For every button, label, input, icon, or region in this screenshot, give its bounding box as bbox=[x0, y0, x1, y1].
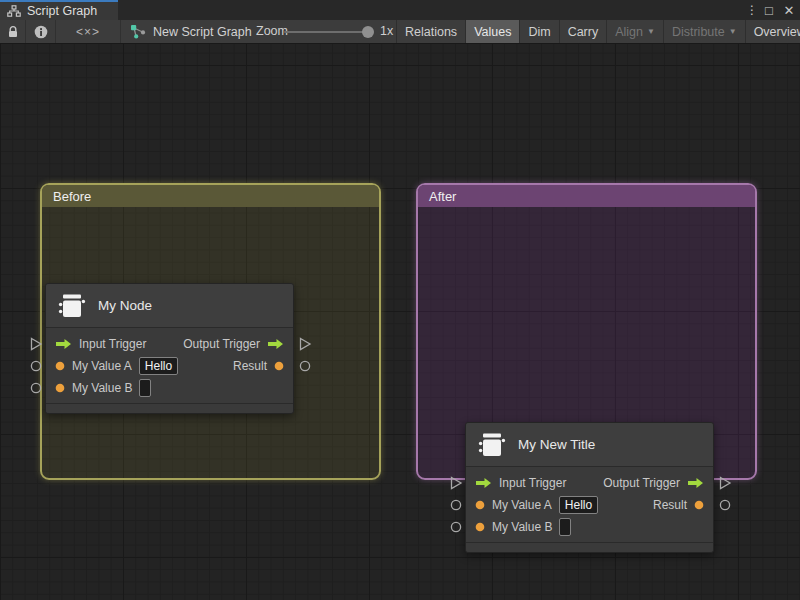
info-button[interactable] bbox=[26, 20, 56, 43]
value-a-input[interactable]: Hello bbox=[139, 357, 178, 375]
code-icon: <×> bbox=[76, 25, 100, 39]
input-trigger-label: Input Trigger bbox=[79, 337, 146, 351]
value-b-row: My Value B bbox=[46, 377, 293, 399]
group-after-title: After bbox=[429, 189, 456, 204]
distribute-label: Distribute bbox=[672, 25, 725, 39]
zoom-slider[interactable] bbox=[284, 31, 372, 33]
values-button[interactable]: Values bbox=[465, 20, 519, 43]
maximize-icon[interactable]: □ bbox=[761, 1, 777, 19]
node-footer bbox=[466, 542, 713, 552]
script-graph-window: Script Graph ⋮ □ ✕ <×> bbox=[0, 0, 800, 600]
value-b-label: My Value B bbox=[72, 381, 132, 395]
value-a-label: My Value A bbox=[72, 359, 132, 373]
node-my-node[interactable]: My Node Input Trigger Output Trigger bbox=[45, 283, 294, 414]
external-value-b-port[interactable] bbox=[450, 521, 462, 533]
input-trigger-arrow-icon[interactable] bbox=[475, 477, 492, 489]
dropdown-arrow-icon: ▼ bbox=[647, 27, 655, 36]
tab-title: Script Graph bbox=[27, 4, 97, 18]
unit-node-icon bbox=[57, 291, 87, 321]
external-result-port[interactable] bbox=[719, 499, 731, 511]
script-graph-icon bbox=[130, 24, 146, 39]
node-title: My Node bbox=[98, 298, 152, 313]
code-view-button[interactable]: <×> bbox=[56, 20, 121, 43]
external-input-trigger-port[interactable] bbox=[29, 337, 43, 351]
graph-hierarchy-icon bbox=[7, 5, 21, 17]
result-label: Result bbox=[233, 359, 267, 373]
value-port-icon[interactable] bbox=[475, 500, 485, 510]
zoom-value: 1x bbox=[380, 24, 393, 38]
tab-script-graph[interactable]: Script Graph bbox=[0, 0, 118, 20]
result-port-icon[interactable] bbox=[274, 361, 284, 371]
external-value-a-port[interactable] bbox=[30, 360, 42, 372]
output-trigger-label: Output Trigger bbox=[183, 337, 260, 351]
node-my-new-title[interactable]: My New Title Input Trigger Output Trigge… bbox=[465, 422, 714, 553]
external-result-port[interactable] bbox=[299, 360, 311, 372]
output-trigger-arrow-icon[interactable] bbox=[267, 338, 284, 350]
overview-button[interactable]: Overview bbox=[745, 20, 800, 43]
external-input-trigger-port[interactable] bbox=[449, 476, 463, 490]
result-label: Result bbox=[653, 498, 687, 512]
align-label: Align bbox=[615, 25, 643, 39]
group-before-header[interactable]: Before bbox=[42, 185, 379, 207]
value-a-row: My Value A Hello Result bbox=[466, 494, 713, 516]
external-output-trigger-port[interactable] bbox=[718, 476, 732, 490]
node-body: Input Trigger Output Trigger My Value A … bbox=[46, 328, 293, 403]
window-controls: ⋮ □ ✕ bbox=[747, 0, 797, 20]
value-b-row: My Value B bbox=[466, 516, 713, 538]
close-icon[interactable]: ✕ bbox=[781, 1, 797, 19]
input-trigger-arrow-icon[interactable] bbox=[55, 338, 72, 350]
dropdown-arrow-icon: ▼ bbox=[729, 27, 737, 36]
external-value-b-port[interactable] bbox=[30, 382, 42, 394]
zoom-slider-handle[interactable] bbox=[362, 26, 374, 38]
node-title: My New Title bbox=[518, 437, 595, 452]
value-b-input[interactable] bbox=[559, 518, 571, 536]
relations-button[interactable]: Relations bbox=[396, 20, 465, 43]
lock-icon bbox=[7, 25, 19, 38]
lock-button[interactable] bbox=[0, 20, 26, 43]
toolbar-toggle-group: Relations Values Dim Carry Align ▼ Distr… bbox=[396, 20, 800, 43]
node-header[interactable]: My Node bbox=[46, 284, 293, 328]
zoom-control: Zoom 1x bbox=[256, 20, 396, 43]
info-icon bbox=[34, 25, 48, 39]
node-header[interactable]: My New Title bbox=[466, 423, 713, 467]
value-b-input[interactable] bbox=[139, 379, 151, 397]
value-port-icon[interactable] bbox=[55, 361, 65, 371]
dim-button[interactable]: Dim bbox=[519, 20, 558, 43]
value-port-icon[interactable] bbox=[55, 383, 65, 393]
window-titlebar: Script Graph ⋮ □ ✕ bbox=[0, 0, 800, 20]
window-menu-icon[interactable]: ⋮ bbox=[747, 1, 757, 19]
graph-toolbar: <×> New Script Graph Zoom 1x Relations V… bbox=[0, 20, 800, 44]
distribute-dropdown[interactable]: Distribute ▼ bbox=[663, 20, 745, 43]
value-a-row: My Value A Hello Result bbox=[46, 355, 293, 377]
carry-button[interactable]: Carry bbox=[559, 20, 607, 43]
external-value-a-port[interactable] bbox=[450, 499, 462, 511]
align-dropdown[interactable]: Align ▼ bbox=[606, 20, 663, 43]
result-port-icon[interactable] bbox=[694, 500, 704, 510]
value-port-icon[interactable] bbox=[475, 522, 485, 532]
graph-name-label: New Script Graph bbox=[153, 25, 252, 39]
graph-name-chip[interactable]: New Script Graph bbox=[130, 20, 252, 43]
trigger-row: Input Trigger Output Trigger bbox=[466, 472, 713, 494]
output-trigger-arrow-icon[interactable] bbox=[687, 477, 704, 489]
graph-canvas[interactable]: Before After My Node bbox=[0, 44, 800, 600]
group-after-header[interactable]: After bbox=[418, 185, 755, 207]
unit-node-icon bbox=[477, 430, 507, 460]
node-footer bbox=[46, 403, 293, 413]
group-before-title: Before bbox=[53, 189, 91, 204]
value-a-input[interactable]: Hello bbox=[559, 496, 598, 514]
value-b-label: My Value B bbox=[492, 520, 552, 534]
output-trigger-label: Output Trigger bbox=[603, 476, 680, 490]
value-a-label: My Value A bbox=[492, 498, 552, 512]
external-output-trigger-port[interactable] bbox=[298, 337, 312, 351]
node-body: Input Trigger Output Trigger My Value A … bbox=[466, 467, 713, 542]
input-trigger-label: Input Trigger bbox=[499, 476, 566, 490]
trigger-row: Input Trigger Output Trigger bbox=[46, 333, 293, 355]
